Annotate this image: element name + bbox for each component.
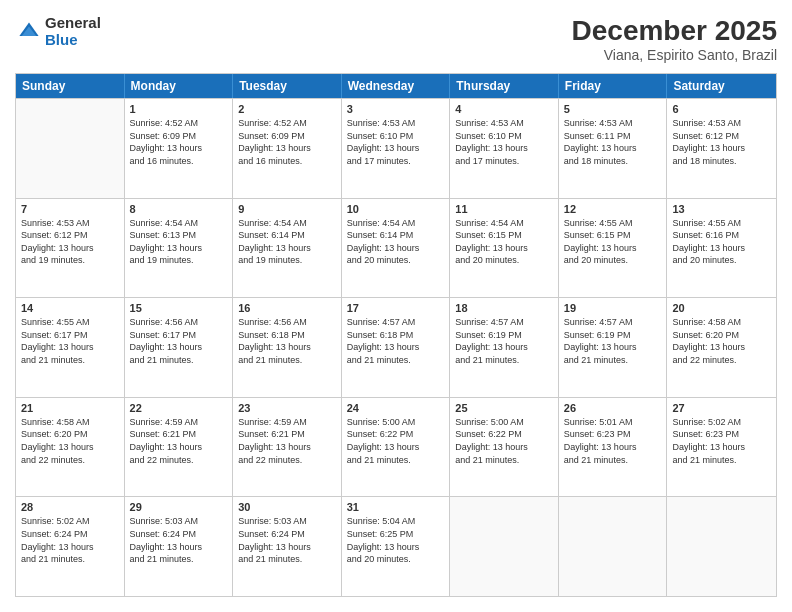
cal-cell-1-2: 9Sunrise: 4:54 AM Sunset: 6:14 PM Daylig… (233, 199, 342, 298)
day-info-19: Sunrise: 4:57 AM Sunset: 6:19 PM Dayligh… (564, 316, 662, 366)
cal-cell-3-2: 23Sunrise: 4:59 AM Sunset: 6:21 PM Dayli… (233, 398, 342, 497)
day-info-6: Sunrise: 4:53 AM Sunset: 6:12 PM Dayligh… (672, 117, 771, 167)
day-num-23: 23 (238, 402, 336, 414)
day-num-19: 19 (564, 302, 662, 314)
day-num-12: 12 (564, 203, 662, 215)
cal-cell-0-1: 1Sunrise: 4:52 AM Sunset: 6:09 PM Daylig… (125, 99, 234, 198)
day-num-31: 31 (347, 501, 445, 513)
day-info-25: Sunrise: 5:00 AM Sunset: 6:22 PM Dayligh… (455, 416, 553, 466)
title-block: December 2025 Viana, Espirito Santo, Bra… (572, 15, 777, 63)
day-info-21: Sunrise: 4:58 AM Sunset: 6:20 PM Dayligh… (21, 416, 119, 466)
day-info-10: Sunrise: 4:54 AM Sunset: 6:14 PM Dayligh… (347, 217, 445, 267)
cal-cell-4-2: 30Sunrise: 5:03 AM Sunset: 6:24 PM Dayli… (233, 497, 342, 596)
cal-cell-1-1: 8Sunrise: 4:54 AM Sunset: 6:13 PM Daylig… (125, 199, 234, 298)
day-num-11: 11 (455, 203, 553, 215)
day-num-7: 7 (21, 203, 119, 215)
cal-cell-3-6: 27Sunrise: 5:02 AM Sunset: 6:23 PM Dayli… (667, 398, 776, 497)
day-num-27: 27 (672, 402, 771, 414)
header-thursday: Thursday (450, 74, 559, 98)
cal-cell-3-5: 26Sunrise: 5:01 AM Sunset: 6:23 PM Dayli… (559, 398, 668, 497)
header-tuesday: Tuesday (233, 74, 342, 98)
day-info-20: Sunrise: 4:58 AM Sunset: 6:20 PM Dayligh… (672, 316, 771, 366)
day-num-10: 10 (347, 203, 445, 215)
cal-cell-1-3: 10Sunrise: 4:54 AM Sunset: 6:14 PM Dayli… (342, 199, 451, 298)
week-row-1: 7Sunrise: 4:53 AM Sunset: 6:12 PM Daylig… (16, 198, 776, 298)
day-num-4: 4 (455, 103, 553, 115)
cal-cell-0-0 (16, 99, 125, 198)
day-num-5: 5 (564, 103, 662, 115)
cal-cell-0-6: 6Sunrise: 4:53 AM Sunset: 6:12 PM Daylig… (667, 99, 776, 198)
cal-cell-0-5: 5Sunrise: 4:53 AM Sunset: 6:11 PM Daylig… (559, 99, 668, 198)
day-info-7: Sunrise: 4:53 AM Sunset: 6:12 PM Dayligh… (21, 217, 119, 267)
day-num-26: 26 (564, 402, 662, 414)
page: General Blue December 2025 Viana, Espiri… (0, 0, 792, 612)
day-num-17: 17 (347, 302, 445, 314)
cal-cell-1-0: 7Sunrise: 4:53 AM Sunset: 6:12 PM Daylig… (16, 199, 125, 298)
cal-cell-3-1: 22Sunrise: 4:59 AM Sunset: 6:21 PM Dayli… (125, 398, 234, 497)
cal-cell-2-1: 15Sunrise: 4:56 AM Sunset: 6:17 PM Dayli… (125, 298, 234, 397)
day-info-27: Sunrise: 5:02 AM Sunset: 6:23 PM Dayligh… (672, 416, 771, 466)
cal-cell-1-4: 11Sunrise: 4:54 AM Sunset: 6:15 PM Dayli… (450, 199, 559, 298)
day-num-20: 20 (672, 302, 771, 314)
week-row-4: 28Sunrise: 5:02 AM Sunset: 6:24 PM Dayli… (16, 496, 776, 596)
logo-icon (17, 20, 41, 44)
cal-cell-4-0: 28Sunrise: 5:02 AM Sunset: 6:24 PM Dayli… (16, 497, 125, 596)
location-title: Viana, Espirito Santo, Brazil (572, 47, 777, 63)
cal-cell-1-6: 13Sunrise: 4:55 AM Sunset: 6:16 PM Dayli… (667, 199, 776, 298)
day-info-28: Sunrise: 5:02 AM Sunset: 6:24 PM Dayligh… (21, 515, 119, 565)
day-info-30: Sunrise: 5:03 AM Sunset: 6:24 PM Dayligh… (238, 515, 336, 565)
cal-cell-0-4: 4Sunrise: 4:53 AM Sunset: 6:10 PM Daylig… (450, 99, 559, 198)
day-info-3: Sunrise: 4:53 AM Sunset: 6:10 PM Dayligh… (347, 117, 445, 167)
cal-cell-2-2: 16Sunrise: 4:56 AM Sunset: 6:18 PM Dayli… (233, 298, 342, 397)
day-num-13: 13 (672, 203, 771, 215)
day-num-6: 6 (672, 103, 771, 115)
header-wednesday: Wednesday (342, 74, 451, 98)
cal-cell-4-6 (667, 497, 776, 596)
day-info-31: Sunrise: 5:04 AM Sunset: 6:25 PM Dayligh… (347, 515, 445, 565)
week-row-2: 14Sunrise: 4:55 AM Sunset: 6:17 PM Dayli… (16, 297, 776, 397)
logo-text-blue: Blue (45, 32, 101, 49)
week-row-0: 1Sunrise: 4:52 AM Sunset: 6:09 PM Daylig… (16, 98, 776, 198)
header-monday: Monday (125, 74, 234, 98)
day-info-17: Sunrise: 4:57 AM Sunset: 6:18 PM Dayligh… (347, 316, 445, 366)
day-num-29: 29 (130, 501, 228, 513)
cal-cell-3-4: 25Sunrise: 5:00 AM Sunset: 6:22 PM Dayli… (450, 398, 559, 497)
cal-cell-3-3: 24Sunrise: 5:00 AM Sunset: 6:22 PM Dayli… (342, 398, 451, 497)
day-num-2: 2 (238, 103, 336, 115)
day-info-12: Sunrise: 4:55 AM Sunset: 6:15 PM Dayligh… (564, 217, 662, 267)
cal-cell-2-5: 19Sunrise: 4:57 AM Sunset: 6:19 PM Dayli… (559, 298, 668, 397)
day-num-8: 8 (130, 203, 228, 215)
day-num-25: 25 (455, 402, 553, 414)
logo: General Blue (15, 15, 101, 48)
cal-cell-2-6: 20Sunrise: 4:58 AM Sunset: 6:20 PM Dayli… (667, 298, 776, 397)
day-info-9: Sunrise: 4:54 AM Sunset: 6:14 PM Dayligh… (238, 217, 336, 267)
day-info-1: Sunrise: 4:52 AM Sunset: 6:09 PM Dayligh… (130, 117, 228, 167)
day-info-23: Sunrise: 4:59 AM Sunset: 6:21 PM Dayligh… (238, 416, 336, 466)
cal-cell-4-1: 29Sunrise: 5:03 AM Sunset: 6:24 PM Dayli… (125, 497, 234, 596)
day-num-18: 18 (455, 302, 553, 314)
cal-cell-3-0: 21Sunrise: 4:58 AM Sunset: 6:20 PM Dayli… (16, 398, 125, 497)
calendar: Sunday Monday Tuesday Wednesday Thursday… (15, 73, 777, 597)
cal-cell-2-3: 17Sunrise: 4:57 AM Sunset: 6:18 PM Dayli… (342, 298, 451, 397)
week-row-3: 21Sunrise: 4:58 AM Sunset: 6:20 PM Dayli… (16, 397, 776, 497)
logo-text-general: General (45, 15, 101, 32)
day-info-15: Sunrise: 4:56 AM Sunset: 6:17 PM Dayligh… (130, 316, 228, 366)
day-info-5: Sunrise: 4:53 AM Sunset: 6:11 PM Dayligh… (564, 117, 662, 167)
day-info-2: Sunrise: 4:52 AM Sunset: 6:09 PM Dayligh… (238, 117, 336, 167)
cal-cell-1-5: 12Sunrise: 4:55 AM Sunset: 6:15 PM Dayli… (559, 199, 668, 298)
month-title: December 2025 (572, 15, 777, 47)
day-num-30: 30 (238, 501, 336, 513)
calendar-body: 1Sunrise: 4:52 AM Sunset: 6:09 PM Daylig… (16, 98, 776, 596)
cal-cell-2-4: 18Sunrise: 4:57 AM Sunset: 6:19 PM Dayli… (450, 298, 559, 397)
day-num-9: 9 (238, 203, 336, 215)
cal-cell-0-3: 3Sunrise: 4:53 AM Sunset: 6:10 PM Daylig… (342, 99, 451, 198)
day-num-16: 16 (238, 302, 336, 314)
day-info-24: Sunrise: 5:00 AM Sunset: 6:22 PM Dayligh… (347, 416, 445, 466)
header-sunday: Sunday (16, 74, 125, 98)
header-saturday: Saturday (667, 74, 776, 98)
day-num-14: 14 (21, 302, 119, 314)
day-num-28: 28 (21, 501, 119, 513)
day-info-13: Sunrise: 4:55 AM Sunset: 6:16 PM Dayligh… (672, 217, 771, 267)
day-num-24: 24 (347, 402, 445, 414)
day-info-4: Sunrise: 4:53 AM Sunset: 6:10 PM Dayligh… (455, 117, 553, 167)
